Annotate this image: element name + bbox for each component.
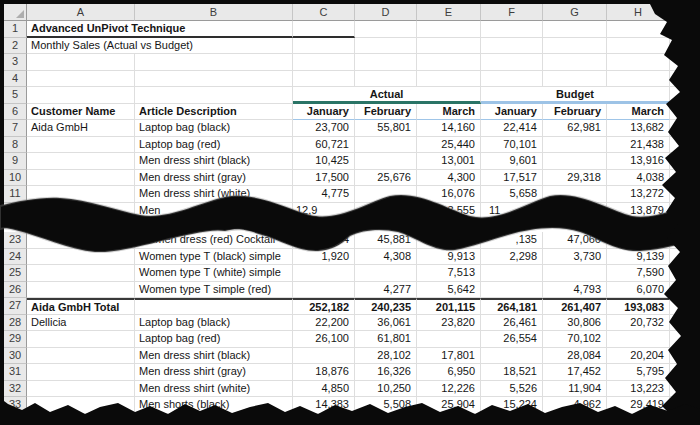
header-month-budget-february[interactable]: February [543,104,607,121]
cell-H27[interactable]: 193,083 [607,298,670,315]
cell-G12[interactable] [543,203,607,220]
cell-G27[interactable]: 261,407 [543,298,607,315]
column-header-C[interactable]: C [293,4,355,21]
cell-G32[interactable]: 11,904 [543,381,607,398]
cell-A33[interactable] [27,397,135,414]
row-header-24[interactable]: 24 [4,249,27,266]
cell-C33[interactable]: 14,383 [293,397,355,414]
cell-H8[interactable]: 21,438 [607,137,670,154]
cell-I10[interactable] [670,170,692,187]
cell-B31[interactable]: Men dress shirt (gray) [135,364,293,381]
header-customer-name[interactable]: Customer Name [27,104,135,121]
cell-F24[interactable]: 2,298 [481,249,543,266]
row-header-10[interactable]: 10 [4,170,27,187]
row-header-25[interactable]: 25 [4,265,27,282]
cell-B9[interactable]: Men dress shirt (black) [135,153,293,170]
cell-F25[interactable] [481,265,543,282]
cell-C29[interactable]: 26,100 [293,331,355,348]
row-header-33[interactable]: 33 [4,397,27,414]
cell-F23[interactable]: ,135 [481,232,543,249]
cell-E4[interactable] [417,71,481,88]
cell-A26[interactable] [27,282,135,299]
cell-G4[interactable] [543,71,607,88]
cell-A11[interactable] [27,186,135,203]
cell-B29[interactable]: Laptop bag (red) [135,331,293,348]
cell-G7[interactable]: 62,981 [543,120,607,137]
cell-B24[interactable]: Women type T (black) simple [135,249,293,266]
cell-E2[interactable] [417,38,481,55]
column-header-B[interactable]: B [135,4,293,21]
cell-D4[interactable] [355,71,417,88]
cell-E25[interactable]: 7,513 [417,265,481,282]
cell-H1[interactable] [607,21,670,38]
cell-I8[interactable] [670,137,692,154]
cell-A25[interactable] [27,265,135,282]
cell-F33[interactable]: 15,224 [481,397,543,414]
cell-I1[interactable] [670,21,692,38]
cell-F28[interactable]: 26,461 [481,315,543,332]
cell-B11[interactable]: Men dress shirt (white) [135,186,293,203]
row-header-27[interactable]: 27 [4,298,27,315]
cell-B23[interactable]: Women dress (red) Cocktail [135,232,293,249]
cell-A29[interactable] [27,331,135,348]
cell-E30[interactable]: 17,801 [417,348,481,365]
cell-D25[interactable] [355,265,417,282]
row-header-12[interactable]: 12 [4,203,27,220]
cell-I9[interactable] [670,153,692,170]
cell-C1[interactable] [293,21,355,38]
cell-E31[interactable]: 6,950 [417,364,481,381]
cell-C27[interactable]: 252,182 [293,298,355,315]
column-header-G[interactable]: G [543,4,607,21]
cell-H23[interactable] [607,232,670,249]
cell-D12[interactable] [355,203,417,220]
cell-E8[interactable]: 25,440 [417,137,481,154]
column-header-I[interactable] [670,4,692,21]
cell-I30[interactable] [670,348,692,365]
cell-I29[interactable] [670,331,692,348]
cell-F27[interactable]: 264,181 [481,298,543,315]
cell-E33[interactable]: 25,904 [417,397,481,414]
cell-B5[interactable] [135,87,293,104]
cell-G3[interactable] [543,54,607,71]
cell-I3[interactable] [670,54,692,71]
cell-F32[interactable]: 5,526 [481,381,543,398]
cell-D1[interactable] [355,21,417,38]
cell-G30[interactable]: 28,084 [543,348,607,365]
row-header-2[interactable]: 2 [4,38,27,55]
cell-A32[interactable] [27,381,135,398]
cell-A9[interactable] [27,153,135,170]
header-article-description[interactable]: Article Description [135,104,293,121]
select-all-corner[interactable] [4,4,27,21]
header-month-actual-march[interactable]: March [417,104,481,121]
header-month-actual-february[interactable]: February [355,104,417,121]
row-header-7[interactable]: 7 [4,120,27,137]
cell-H2[interactable] [607,38,670,55]
cell-D2[interactable] [355,38,417,55]
group-header-actual[interactable]: Actual [293,87,481,104]
cell-I23[interactable] [670,232,692,249]
column-header-F[interactable]: F [481,4,543,21]
cell-D23[interactable]: 45,881 [355,232,417,249]
row-header-30[interactable]: 30 [4,348,27,365]
cell-G26[interactable]: 4,793 [543,282,607,299]
cell-A30[interactable] [27,348,135,365]
row-header-29[interactable]: 29 [4,331,27,348]
row-header-8[interactable]: 8 [4,137,27,154]
column-header-A[interactable]: A [27,4,135,21]
cell-I7[interactable] [670,120,692,137]
cell-E12[interactable]: 3,555 [417,203,481,220]
column-header-H[interactable]: H [607,4,670,21]
row-header-32[interactable]: 32 [4,381,27,398]
cell-B3[interactable] [135,54,293,71]
cell-H33[interactable]: 29,419 [607,397,670,414]
cell-H7[interactable]: 13,682 [607,120,670,137]
cell-B27[interactable] [135,298,293,315]
cell-H4[interactable] [607,71,670,88]
cell-H29[interactable] [607,331,670,348]
cell-D28[interactable]: 36,061 [355,315,417,332]
row-header-31[interactable]: 31 [4,364,27,381]
cell-I5[interactable] [670,87,692,104]
cell-H31[interactable]: 5,795 [607,364,670,381]
cell-B4[interactable] [135,71,293,88]
cell-C11[interactable]: 4,775 [293,186,355,203]
